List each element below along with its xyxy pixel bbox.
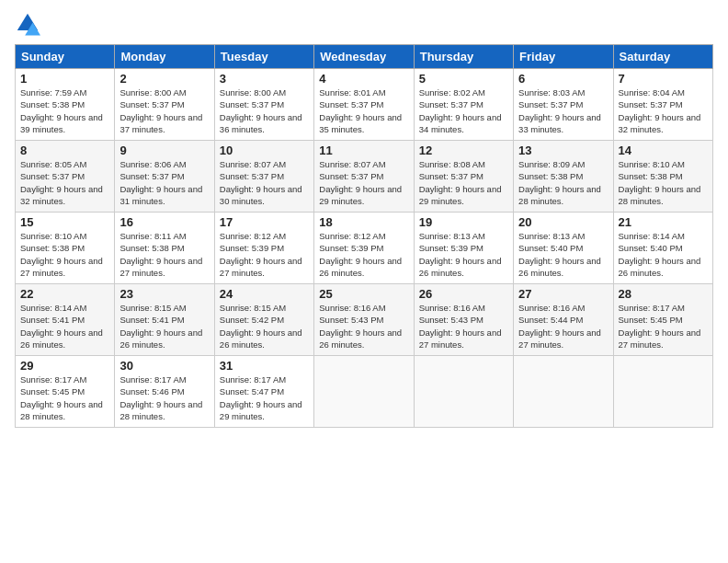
calendar-cell: 27 Sunrise: 8:16 AMSunset: 5:44 PMDaylig… (514, 284, 613, 356)
logo-icon (15, 11, 40, 37)
cell-info: Sunrise: 8:12 AMSunset: 5:39 PMDaylight:… (319, 231, 402, 278)
day-number: 14 (619, 144, 708, 157)
calendar-cell: 16 Sunrise: 8:11 AMSunset: 5:38 PMDaylig… (115, 213, 214, 284)
cell-info: Sunrise: 8:05 AMSunset: 5:37 PMDaylight:… (20, 159, 103, 206)
cell-info: Sunrise: 8:10 AMSunset: 5:38 PMDaylight:… (619, 159, 701, 206)
calendar-cell: 29 Sunrise: 8:17 AMSunset: 5:45 PMDaylig… (16, 356, 115, 428)
cell-info: Sunrise: 8:11 AMSunset: 5:38 PMDaylight:… (119, 231, 202, 278)
day-number: 15 (20, 215, 109, 229)
day-number: 11 (319, 144, 408, 157)
day-number: 2 (119, 72, 209, 86)
calendar-cell: 8 Sunrise: 8:05 AMSunset: 5:37 PMDayligh… (16, 141, 115, 213)
day-number: 13 (518, 144, 608, 157)
calendar-cell: 12 Sunrise: 8:08 AMSunset: 5:37 PMDaylig… (414, 141, 513, 213)
day-number: 4 (319, 72, 408, 86)
cell-info: Sunrise: 8:07 AMSunset: 5:37 PMDaylight:… (319, 159, 402, 206)
cell-info: Sunrise: 8:17 AMSunset: 5:45 PMDaylight:… (20, 374, 103, 421)
cell-info: Sunrise: 8:16 AMSunset: 5:44 PMDaylight:… (518, 303, 601, 350)
main-container: SundayMondayTuesdayWednesdayThursdayFrid… (0, 0, 728, 439)
calendar-col-sunday: Sunday (16, 45, 115, 69)
day-number: 30 (119, 359, 209, 373)
day-number: 18 (319, 215, 408, 229)
calendar-cell (613, 356, 712, 428)
logo (15, 11, 44, 37)
calendar-cell: 15 Sunrise: 8:10 AMSunset: 5:38 PMDaylig… (16, 213, 115, 284)
day-number: 12 (419, 144, 508, 157)
calendar-cell: 11 Sunrise: 8:07 AMSunset: 5:37 PMDaylig… (314, 141, 414, 213)
cell-info: Sunrise: 8:07 AMSunset: 5:37 PMDaylight:… (220, 159, 302, 206)
day-number: 24 (220, 287, 309, 301)
day-number: 26 (419, 287, 508, 301)
calendar-cell: 14 Sunrise: 8:10 AMSunset: 5:38 PMDaylig… (613, 141, 712, 213)
cell-info: Sunrise: 8:10 AMSunset: 5:38 PMDaylight:… (20, 231, 103, 278)
calendar-col-saturday: Saturday (613, 45, 712, 69)
calendar-cell: 22 Sunrise: 8:14 AMSunset: 5:41 PMDaylig… (16, 284, 115, 356)
cell-info: Sunrise: 8:15 AMSunset: 5:41 PMDaylight:… (119, 303, 202, 350)
day-number: 10 (220, 144, 309, 157)
cell-info: Sunrise: 8:04 AMSunset: 5:37 PMDaylight:… (619, 87, 701, 134)
day-number: 5 (419, 72, 508, 86)
day-number: 20 (518, 215, 608, 229)
calendar-col-thursday: Thursday (414, 45, 513, 69)
calendar-cell: 6 Sunrise: 8:03 AMSunset: 5:37 PMDayligh… (514, 69, 613, 141)
calendar-cell: 30 Sunrise: 8:17 AMSunset: 5:46 PMDaylig… (115, 356, 214, 428)
calendar-week-4: 22 Sunrise: 8:14 AMSunset: 5:41 PMDaylig… (16, 284, 713, 356)
day-number: 17 (220, 215, 309, 229)
header (15, 11, 713, 37)
calendar-week-3: 15 Sunrise: 8:10 AMSunset: 5:38 PMDaylig… (16, 213, 713, 284)
day-number: 9 (119, 144, 209, 157)
cell-info: Sunrise: 8:17 AMSunset: 5:45 PMDaylight:… (619, 303, 701, 350)
calendar-cell: 18 Sunrise: 8:12 AMSunset: 5:39 PMDaylig… (314, 213, 414, 284)
cell-info: Sunrise: 8:13 AMSunset: 5:40 PMDaylight:… (518, 231, 601, 278)
calendar-cell: 25 Sunrise: 8:16 AMSunset: 5:43 PMDaylig… (314, 284, 414, 356)
calendar-cell: 9 Sunrise: 8:06 AMSunset: 5:37 PMDayligh… (115, 141, 214, 213)
day-number: 23 (119, 287, 209, 301)
calendar-cell: 4 Sunrise: 8:01 AMSunset: 5:37 PMDayligh… (314, 69, 414, 141)
day-number: 7 (619, 72, 708, 86)
cell-info: Sunrise: 8:08 AMSunset: 5:37 PMDaylight:… (419, 159, 502, 206)
calendar-cell: 7 Sunrise: 8:04 AMSunset: 5:37 PMDayligh… (613, 69, 712, 141)
cell-info: Sunrise: 8:17 AMSunset: 5:46 PMDaylight:… (119, 374, 202, 421)
calendar-cell: 23 Sunrise: 8:15 AMSunset: 5:41 PMDaylig… (115, 284, 214, 356)
calendar-cell: 5 Sunrise: 8:02 AMSunset: 5:37 PMDayligh… (414, 69, 513, 141)
calendar-cell (414, 356, 513, 428)
day-number: 1 (20, 72, 109, 86)
cell-info: Sunrise: 8:16 AMSunset: 5:43 PMDaylight:… (419, 303, 502, 350)
cell-info: Sunrise: 8:00 AMSunset: 5:37 PMDaylight:… (119, 87, 202, 134)
calendar-cell: 24 Sunrise: 8:15 AMSunset: 5:42 PMDaylig… (214, 284, 313, 356)
calendar-cell: 2 Sunrise: 8:00 AMSunset: 5:37 PMDayligh… (115, 69, 214, 141)
day-number: 3 (220, 72, 309, 86)
calendar-cell (314, 356, 414, 428)
cell-info: Sunrise: 8:13 AMSunset: 5:39 PMDaylight:… (419, 231, 502, 278)
calendar-cell: 13 Sunrise: 8:09 AMSunset: 5:38 PMDaylig… (514, 141, 613, 213)
cell-info: Sunrise: 8:09 AMSunset: 5:38 PMDaylight:… (518, 159, 601, 206)
cell-info: Sunrise: 8:02 AMSunset: 5:37 PMDaylight:… (419, 87, 502, 134)
calendar-week-1: 1 Sunrise: 7:59 AMSunset: 5:38 PMDayligh… (16, 69, 713, 141)
calendar-cell: 1 Sunrise: 7:59 AMSunset: 5:38 PMDayligh… (16, 69, 115, 141)
calendar-col-tuesday: Tuesday (214, 45, 313, 69)
cell-info: Sunrise: 7:59 AMSunset: 5:38 PMDaylight:… (20, 87, 103, 134)
cell-info: Sunrise: 8:17 AMSunset: 5:47 PMDaylight:… (220, 374, 302, 421)
calendar-col-friday: Friday (514, 45, 613, 69)
day-number: 22 (20, 287, 109, 301)
day-number: 29 (20, 359, 109, 373)
day-number: 21 (619, 215, 708, 229)
calendar-header-row: SundayMondayTuesdayWednesdayThursdayFrid… (16, 45, 713, 69)
calendar-cell (514, 356, 613, 428)
calendar-col-wednesday: Wednesday (314, 45, 414, 69)
day-number: 6 (518, 72, 608, 86)
cell-info: Sunrise: 8:06 AMSunset: 5:37 PMDaylight:… (119, 159, 202, 206)
calendar-cell: 31 Sunrise: 8:17 AMSunset: 5:47 PMDaylig… (214, 356, 313, 428)
day-number: 19 (419, 215, 508, 229)
cell-info: Sunrise: 8:14 AMSunset: 5:41 PMDaylight:… (20, 303, 103, 350)
cell-info: Sunrise: 8:15 AMSunset: 5:42 PMDaylight:… (220, 303, 302, 350)
cell-info: Sunrise: 8:14 AMSunset: 5:40 PMDaylight:… (619, 231, 701, 278)
cell-info: Sunrise: 8:00 AMSunset: 5:37 PMDaylight:… (220, 87, 302, 134)
calendar-cell: 20 Sunrise: 8:13 AMSunset: 5:40 PMDaylig… (514, 213, 613, 284)
calendar-cell: 3 Sunrise: 8:00 AMSunset: 5:37 PMDayligh… (214, 69, 313, 141)
cell-info: Sunrise: 8:01 AMSunset: 5:37 PMDaylight:… (319, 87, 402, 134)
cell-info: Sunrise: 8:16 AMSunset: 5:43 PMDaylight:… (319, 303, 402, 350)
calendar-col-monday: Monday (115, 45, 214, 69)
calendar-cell: 10 Sunrise: 8:07 AMSunset: 5:37 PMDaylig… (214, 141, 313, 213)
calendar-cell: 26 Sunrise: 8:16 AMSunset: 5:43 PMDaylig… (414, 284, 513, 356)
